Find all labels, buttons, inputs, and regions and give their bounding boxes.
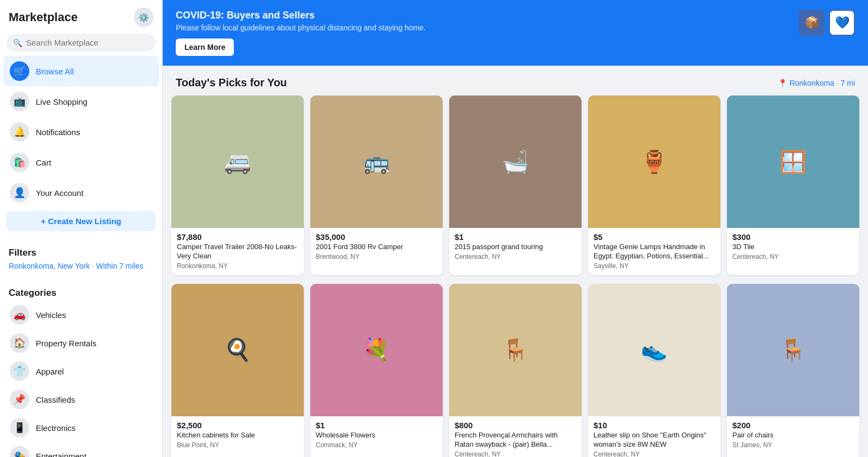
cat-icon-apparel: 👕 xyxy=(10,361,29,381)
cat-icon-vehicles: 🚗 xyxy=(10,305,29,325)
product-card-p7[interactable]: 💐 $1 Wholesale Flowers Commack, NY xyxy=(310,284,443,457)
nav-icon-browse-all: 🛒 xyxy=(10,61,29,81)
product-card-p1[interactable]: 🚐 $7,880 Camper Travel Trailer 2008-No L… xyxy=(171,96,304,275)
product-info-p7: $1 Wholesale Flowers Commack, NY xyxy=(310,416,443,454)
product-name-p3: 2015 passport grand touring xyxy=(455,243,576,252)
sidebar: Marketplace ⚙️ 🔍 🛒 Browse All 📺 Live Sho… xyxy=(0,0,163,457)
product-card-p5[interactable]: 🪟 $300 3D Tile Centereach, NY xyxy=(727,96,859,275)
products-row1: 🚐 $7,880 Camper Travel Trailer 2008-No L… xyxy=(163,96,868,284)
product-card-p6[interactable]: 🍳 $2,500 Kitchen cabinets for Sale Blue … xyxy=(171,284,304,457)
product-info-p1: $7,880 Camper Travel Trailer 2008-No Lea… xyxy=(171,228,304,275)
products-row2: 🍳 $2,500 Kitchen cabinets for Sale Blue … xyxy=(163,284,868,457)
category-item-entertainment[interactable]: 🎭 Entertainment xyxy=(3,442,159,457)
product-info-p6: $2,500 Kitchen cabinets for Sale Blue Po… xyxy=(171,416,304,454)
product-card-p10[interactable]: 🪑 $200 Pair of chairs St James, NY xyxy=(727,284,859,457)
product-card-p4[interactable]: 🏺 $5 Vintage Genie Lamps Handmade in Egy… xyxy=(588,96,720,275)
search-box: 🔍 xyxy=(7,34,156,52)
product-price-p6: $2,500 xyxy=(177,421,298,430)
product-price-p4: $5 xyxy=(593,232,715,242)
product-location-p7: Commack, NY xyxy=(316,441,437,449)
nav-label-live-shopping: Live Shopping xyxy=(36,97,87,106)
product-card-p8[interactable]: 🪑 $800 French Provençal Armchairs with R… xyxy=(449,284,582,457)
main-content: COVID-19: Buyers and Sellers Please foll… xyxy=(163,0,868,457)
category-item-property-rentals[interactable]: 🏠 Property Rentals xyxy=(3,329,159,357)
product-price-p3: $1 xyxy=(455,232,576,242)
nav-label-your-account: Your Account xyxy=(36,188,84,198)
product-image-p10: 🪑 xyxy=(727,284,859,416)
nav-item-cart[interactable]: 🛍️ Cart xyxy=(3,147,159,177)
nav-label-notifications: Notifications xyxy=(36,128,80,137)
product-emoji-p2: 🚌 xyxy=(310,96,443,228)
product-card-p3[interactable]: 🛁 $1 2015 passport grand touring Centere… xyxy=(449,96,582,275)
product-location-p10: St James, NY xyxy=(732,441,854,449)
category-item-vehicles[interactable]: 🚗 Vehicles xyxy=(3,301,159,329)
nav-item-your-account[interactable]: 👤 Your Account xyxy=(3,177,159,208)
cat-icon-entertainment: 🎭 xyxy=(10,446,29,457)
product-card-p9[interactable]: 👟 $10 Leather slip on Shoe "Earth Origin… xyxy=(588,284,720,457)
product-info-p8: $800 French Provençal Armchairs with Rat… xyxy=(449,416,582,457)
product-emoji-p10: 🪑 xyxy=(727,284,859,416)
product-emoji-p4: 🏺 xyxy=(588,96,720,228)
product-price-p2: $35,000 xyxy=(316,232,437,242)
product-location-p2: Brentwood, NY xyxy=(316,253,437,261)
category-item-apparel[interactable]: 👕 Apparel xyxy=(3,357,159,385)
location-text: Ronkonkoma · 7 mi xyxy=(789,79,855,87)
banner-icons: 📦 💙 xyxy=(799,10,855,36)
product-price-p7: $1 xyxy=(316,421,437,430)
product-image-p1: 🚐 xyxy=(171,96,304,228)
product-card-p2[interactable]: 🚌 $35,000 2001 Ford 3800 Rv Camper Brent… xyxy=(310,96,443,275)
product-name-p7: Wholesale Flowers xyxy=(316,431,437,440)
product-image-p2: 🚌 xyxy=(310,96,443,228)
product-price-p1: $7,880 xyxy=(177,232,298,242)
nav-icon-cart: 🛍️ xyxy=(10,153,29,172)
banner-icon-box: 📦 xyxy=(799,10,825,36)
product-location-p3: Centereach, NY xyxy=(455,253,576,261)
product-name-p6: Kitchen cabinets for Sale xyxy=(177,431,298,440)
banner-heart-icon: 💙 xyxy=(829,10,855,36)
product-image-p5: 🪟 xyxy=(727,96,859,228)
product-price-p10: $200 xyxy=(732,421,854,430)
search-input[interactable] xyxy=(7,34,156,52)
product-image-p4: 🏺 xyxy=(588,96,720,228)
product-image-p7: 💐 xyxy=(310,284,443,416)
category-item-electronics[interactable]: 📱 Electronics xyxy=(3,414,159,442)
nav-item-browse-all[interactable]: 🛒 Browse All xyxy=(3,56,159,86)
product-location-p6: Blue Point, NY xyxy=(177,441,298,449)
cat-icon-property-rentals: 🏠 xyxy=(10,333,29,353)
product-image-p9: 👟 xyxy=(588,284,720,416)
cat-label-entertainment: Entertainment xyxy=(36,452,86,458)
categories-list: 🚗 Vehicles 🏠 Property Rentals 👕 Apparel … xyxy=(0,301,162,457)
product-info-p9: $10 Leather slip on Shoe "Earth Origins"… xyxy=(588,416,720,457)
nav-item-notifications[interactable]: 🔔 Notifications xyxy=(3,117,159,147)
learn-more-button[interactable]: Learn More xyxy=(176,39,234,56)
sidebar-header: Marketplace ⚙️ xyxy=(0,0,162,31)
product-info-p4: $5 Vintage Genie Lamps Handmade in Egypt… xyxy=(588,228,720,275)
product-emoji-p6: 🍳 xyxy=(171,284,304,416)
nav-item-live-shopping[interactable]: 📺 Live Shopping xyxy=(3,86,159,117)
product-name-p9: Leather slip on Shoe "Earth Origins" wom… xyxy=(593,431,715,449)
product-location-p4: Sayville, NY xyxy=(593,262,715,270)
filters-title: Filters xyxy=(0,243,162,261)
product-emoji-p9: 👟 xyxy=(588,284,720,416)
product-name-p1: Camper Travel Trailer 2008-No Leaks-Very… xyxy=(177,243,298,261)
product-location-p1: Ronkonkoma, NY xyxy=(177,262,298,270)
category-item-classifieds[interactable]: 📌 Classifieds xyxy=(3,385,159,414)
product-info-p2: $35,000 2001 Ford 3800 Rv Camper Brentwo… xyxy=(310,228,443,266)
cat-label-electronics: Electronics xyxy=(36,423,75,433)
product-name-p4: Vintage Genie Lamps Handmade in Egypt. E… xyxy=(593,243,715,261)
categories-title: Categories xyxy=(0,283,162,301)
product-name-p10: Pair of chairs xyxy=(732,431,854,440)
product-image-p8: 🪑 xyxy=(449,284,582,416)
gear-button[interactable]: ⚙️ xyxy=(134,8,154,27)
product-price-p5: $300 xyxy=(732,232,854,242)
product-info-p3: $1 2015 passport grand touring Centereac… xyxy=(449,228,582,266)
cat-label-classifieds: Classifieds xyxy=(36,395,75,404)
product-emoji-p5: 🪟 xyxy=(727,96,859,228)
filter-location: Ronkonkoma, New York · Within 7 miles xyxy=(0,261,162,275)
covid-title: COVID-19: Buyers and Sellers xyxy=(176,10,426,21)
nav-icon-your-account: 👤 xyxy=(10,183,29,202)
product-image-p3: 🛁 xyxy=(449,96,582,228)
create-listing-button[interactable]: + Create New Listing xyxy=(7,211,156,231)
product-price-p8: $800 xyxy=(455,421,576,430)
covid-banner: COVID-19: Buyers and Sellers Please foll… xyxy=(163,0,868,66)
